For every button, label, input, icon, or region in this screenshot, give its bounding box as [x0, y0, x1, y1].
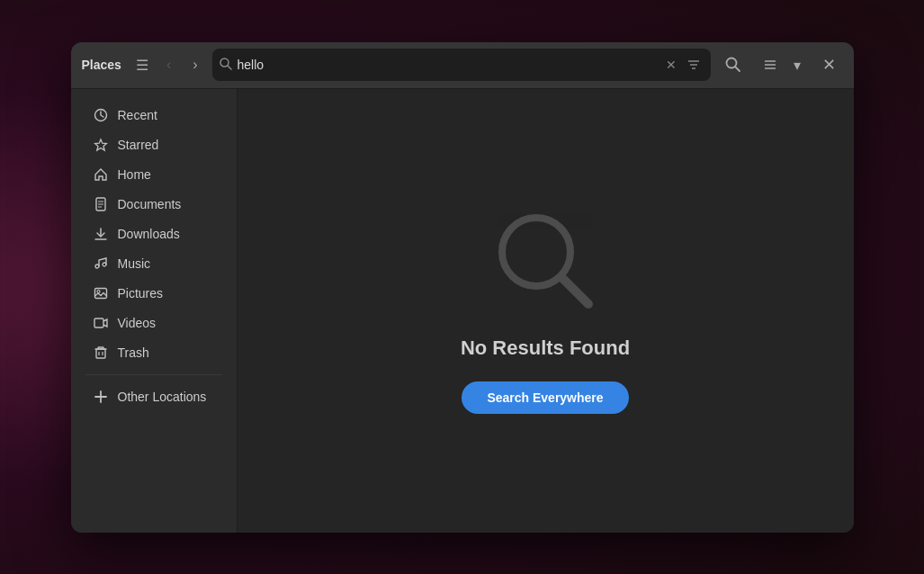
search-bar: ✕: [212, 49, 711, 81]
pictures-icon: [93, 286, 109, 300]
search-filter-button[interactable]: [684, 57, 704, 73]
sidebar-item-pictures-label: Pictures: [118, 286, 164, 300]
search-clear-button[interactable]: ✕: [664, 56, 678, 74]
close-icon: ✕: [822, 55, 836, 75]
forward-icon: ›: [193, 57, 197, 73]
svg-rect-22: [94, 318, 103, 327]
svg-marker-11: [94, 139, 106, 150]
file-manager-window: Places ☰ ‹ › ✕: [71, 42, 854, 533]
back-button[interactable]: ‹: [159, 51, 178, 78]
svg-rect-23: [96, 349, 105, 358]
recent-icon: [93, 108, 109, 122]
svg-line-29: [561, 277, 588, 304]
svg-line-6: [735, 67, 740, 71]
search-go-button[interactable]: [718, 51, 749, 78]
search-everywhere-button[interactable]: Search Everywhere: [462, 381, 628, 414]
sidebar-item-downloads[interactable]: Downloads: [78, 220, 229, 248]
sidebar-item-home-label: Home: [118, 167, 151, 182]
sidebar-item-documents-label: Documents: [118, 197, 182, 211]
view-options: ▾: [756, 51, 808, 79]
svg-point-19: [103, 263, 106, 266]
view-dropdown-button[interactable]: ▾: [786, 51, 808, 79]
forward-button[interactable]: ›: [185, 51, 204, 78]
sidebar-item-recent-label: Recent: [118, 108, 157, 122]
sidebar-item-recent[interactable]: Recent: [78, 101, 229, 130]
chevron-down-icon: ▾: [794, 57, 801, 74]
sidebar-item-trash[interactable]: Trash: [78, 338, 229, 367]
sidebar-item-other-locations[interactable]: Other Locations: [78, 382, 229, 411]
svg-line-1: [228, 66, 231, 69]
other-locations-icon: [93, 390, 109, 404]
documents-icon: [93, 197, 109, 211]
sidebar-item-starred[interactable]: Starred: [78, 130, 229, 159]
videos-icon: [93, 316, 109, 330]
hamburger-button[interactable]: ☰: [132, 53, 152, 77]
sidebar-item-music[interactable]: Music: [78, 249, 229, 278]
view-list-button[interactable]: [756, 52, 785, 77]
home-icon: [93, 167, 109, 182]
main-area: Recent Starred Home: [71, 89, 854, 533]
no-results-icon: [491, 207, 599, 315]
svg-point-18: [95, 265, 99, 268]
search-input[interactable]: [238, 58, 659, 72]
downloads-icon: [93, 227, 109, 241]
sidebar-item-videos[interactable]: Videos: [78, 309, 229, 337]
sidebar-item-home[interactable]: Home: [78, 160, 229, 189]
sidebar: Recent Starred Home: [71, 89, 238, 533]
sidebar-item-documents[interactable]: Documents: [78, 190, 229, 219]
sidebar-divider: [85, 374, 222, 375]
sidebar-item-music-label: Music: [118, 256, 151, 271]
back-icon: ‹: [166, 57, 171, 73]
places-title: Places: [82, 58, 121, 72]
trash-icon: [93, 345, 109, 360]
sidebar-item-pictures[interactable]: Pictures: [78, 279, 229, 308]
clear-icon: ✕: [666, 58, 677, 72]
svg-point-21: [97, 290, 100, 292]
sidebar-item-downloads-label: Downloads: [118, 227, 180, 241]
content-area: No Results Found Search Everywhere: [238, 89, 854, 533]
music-icon: [93, 256, 109, 271]
toolbar: Places ☰ ‹ › ✕: [71, 42, 854, 89]
hamburger-icon: ☰: [136, 57, 148, 74]
close-button[interactable]: ✕: [815, 49, 843, 80]
sidebar-item-videos-label: Videos: [118, 316, 157, 330]
starred-icon: [93, 138, 109, 152]
svg-rect-20: [94, 288, 106, 298]
search-bar-icon: [220, 58, 232, 73]
sidebar-item-other-locations-label: Other Locations: [118, 390, 207, 404]
sidebar-item-starred-label: Starred: [118, 138, 159, 152]
sidebar-item-trash-label: Trash: [118, 345, 149, 360]
no-results-title: No Results Found: [461, 336, 630, 360]
